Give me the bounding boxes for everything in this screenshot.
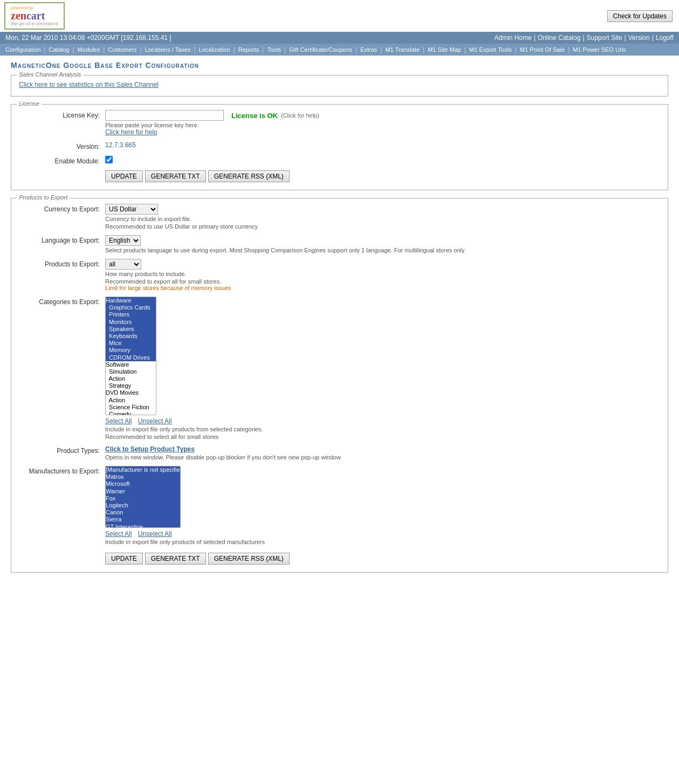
language-row: Language to Export: English Select produ… bbox=[19, 235, 660, 253]
nav-logoff[interactable]: Logoff bbox=[656, 34, 674, 42]
currency-select[interactable]: US Dollar Euro British Pound bbox=[105, 204, 158, 215]
mfr-select-all[interactable]: Select All bbox=[105, 530, 132, 538]
version-value: 12.7.3.665 bbox=[105, 141, 136, 149]
nav-m1-translate[interactable]: M1 Translate bbox=[383, 45, 422, 54]
nav-localization[interactable]: Localization bbox=[197, 45, 232, 54]
nav-gift-certificate[interactable]: Gift Certificate/Coupons bbox=[287, 45, 354, 54]
nav-m1-sitemap[interactable]: M1 Site Map bbox=[426, 45, 463, 54]
version-label: Version: bbox=[19, 141, 105, 150]
license-key-row: License Key: License is OK (Click for he… bbox=[19, 110, 660, 136]
nav-bar: Configuration | Catalog | Modules | Cust… bbox=[0, 44, 679, 56]
manufacturers-control: [Manufacturer is not specified] Matrox M… bbox=[105, 466, 660, 545]
logo: powered by zencart the art of e-commerce bbox=[4, 2, 65, 30]
license-paste-text: Please paste your license key here. bbox=[105, 122, 660, 128]
language-select[interactable]: English bbox=[105, 235, 141, 246]
products-section: Products to Export Currency to Export: U… bbox=[11, 198, 668, 573]
currency-label: Currency to Export: bbox=[19, 204, 105, 213]
nav-admin-home[interactable]: Admin Home bbox=[495, 34, 532, 42]
sales-channel-link[interactable]: Click here to see statistics on this Sal… bbox=[19, 81, 159, 88]
nav-catalog[interactable]: Catalog bbox=[47, 45, 72, 54]
nav-m1-point-of-sale[interactable]: M1 Point Of Sale bbox=[518, 45, 567, 54]
nav-customers[interactable]: Customers bbox=[106, 45, 139, 54]
generate-txt-button-bottom[interactable]: GENERATE TXT bbox=[145, 553, 206, 565]
nav-modules[interactable]: Modules bbox=[76, 45, 102, 54]
language-label: Language to Export: bbox=[19, 235, 105, 244]
categories-help2: Recommended to select all for small stor… bbox=[105, 434, 660, 440]
main-content: MagneticOne Google Base Export Configura… bbox=[0, 56, 679, 586]
sales-channel-legend: Sales Channel Analysis bbox=[17, 71, 83, 78]
nav-version[interactable]: Version bbox=[628, 34, 650, 42]
generate-txt-button[interactable]: GENERATE TXT bbox=[145, 170, 206, 182]
license-key-control: License is OK (Click for help) Please pa… bbox=[105, 110, 660, 136]
sales-channel-section: Sales Channel Analysis Click here to see… bbox=[11, 75, 668, 97]
categories-label: Categories to Export: bbox=[19, 297, 105, 306]
nav-locations-taxes[interactable]: Locations / Taxes bbox=[143, 45, 193, 54]
license-click-help: (Click for help) bbox=[281, 112, 319, 119]
products-buttons-row: UPDATE GENERATE TXT GENERATE RSS (XML) bbox=[105, 553, 660, 565]
currency-help1: Currency to include in export file. bbox=[105, 216, 660, 222]
categories-select-all[interactable]: Select All bbox=[105, 417, 132, 425]
generate-rss-button[interactable]: GENERATE RSS (XML) bbox=[208, 170, 290, 182]
nav-support-site[interactable]: Support Site bbox=[587, 34, 622, 42]
nav-configuration[interactable]: Configuration bbox=[3, 45, 43, 54]
enable-module-label: Enable Module: bbox=[19, 156, 105, 165]
categories-listbox[interactable]: Hardware Graphics Cards Printers Monitor… bbox=[105, 297, 156, 415]
enable-module-checkbox[interactable] bbox=[105, 156, 113, 163]
categories-help1: Include in export file only products fro… bbox=[105, 426, 660, 432]
language-control: English Select products language to use … bbox=[105, 235, 660, 253]
nav-tools[interactable]: Tools bbox=[265, 45, 283, 54]
enable-module-control bbox=[105, 156, 660, 165]
products-help3: Limit for large stores because of memory… bbox=[105, 285, 660, 291]
mfr-help: Include in export file only products of … bbox=[105, 539, 660, 545]
update-button-bottom[interactable]: UPDATE bbox=[105, 553, 143, 565]
version-row: Version: 12.7.3.665 bbox=[19, 141, 660, 150]
page-title: MagneticOne Google Base Export Configura… bbox=[11, 61, 668, 70]
products-select[interactable]: all active inactive bbox=[105, 259, 141, 270]
product-types-help: Opens in new window. Please disable pop-… bbox=[105, 454, 660, 460]
generate-rss-button-bottom[interactable]: GENERATE RSS (XML) bbox=[208, 553, 290, 565]
nav-extras[interactable]: Extras bbox=[358, 45, 379, 54]
nav-online-catalog[interactable]: Online Catalog bbox=[538, 34, 580, 42]
products-export-row: Products to Export: all active inactive … bbox=[19, 259, 660, 291]
nav-m1-export-tools[interactable]: M1 Export Tools bbox=[467, 45, 514, 54]
zen-text: zen bbox=[11, 10, 26, 22]
license-key-input[interactable] bbox=[105, 110, 224, 121]
license-key-label: License Key: bbox=[19, 110, 105, 119]
date-bar: Mon, 22 Mar 2010 13:04:08 +0200GMT [192.… bbox=[0, 32, 679, 44]
mfr-select-links: Select All Unselect All bbox=[105, 530, 660, 538]
categories-select-links: Select All Unselect All bbox=[105, 417, 660, 425]
product-types-control: Click to Setup Product Types Opens in ne… bbox=[105, 445, 660, 460]
categories-row: Categories to Export: Hardware Graphics … bbox=[19, 297, 660, 440]
top-header: powered by zencart the art of e-commerce… bbox=[0, 0, 679, 32]
categories-unselect-all[interactable]: Unselect All bbox=[138, 417, 172, 425]
tagline: the art of e-commerce bbox=[11, 21, 58, 26]
manufacturers-label: Manufacturers to Export: bbox=[19, 466, 105, 475]
top-nav-links: Admin Home | Online Catalog | Support Si… bbox=[495, 34, 674, 42]
manufacturers-listbox[interactable]: [Manufacturer is not specified] Matrox M… bbox=[105, 466, 181, 528]
language-help: Select products language to use during e… bbox=[105, 247, 660, 253]
currency-help2: Recommended to use US Dollar or primary … bbox=[105, 223, 660, 230]
product-types-link[interactable]: Click to Setup Product Types bbox=[105, 445, 195, 453]
update-button[interactable]: UPDATE bbox=[105, 170, 143, 182]
nav-reports[interactable]: Reports bbox=[236, 45, 262, 54]
nav-m1-power-seo[interactable]: M1 Power SEO Urls bbox=[571, 45, 628, 54]
products-help2: Recommended to export all for small stor… bbox=[105, 278, 660, 285]
datetime-text: Mon, 22 Mar 2010 13:04:08 +0200GMT [192.… bbox=[5, 34, 172, 42]
brand-name: zencart bbox=[11, 10, 58, 21]
products-legend: Products to Export bbox=[17, 194, 70, 201]
logo-wrapper: powered by zencart the art of e-commerce bbox=[4, 2, 65, 30]
license-buttons-row: UPDATE GENERATE TXT GENERATE RSS (XML) bbox=[105, 170, 660, 182]
products-export-control: all active inactive How many products to… bbox=[105, 259, 660, 291]
products-help1: How many products to include. bbox=[105, 271, 660, 277]
mfr-unselect-all[interactable]: Unselect All bbox=[138, 530, 172, 538]
cart-text: cart bbox=[26, 10, 45, 22]
product-types-row: Product Types: Click to Setup Product Ty… bbox=[19, 445, 660, 460]
product-types-label: Product Types: bbox=[19, 445, 105, 455]
check-updates-button[interactable]: Check for Updates bbox=[607, 10, 673, 22]
license-legend: License bbox=[17, 100, 42, 107]
license-section: License License Key: License is OK (Clic… bbox=[11, 104, 668, 190]
license-click-here-help[interactable]: Click here for help bbox=[105, 128, 157, 136]
currency-row: Currency to Export: US Dollar Euro Briti… bbox=[19, 204, 660, 230]
products-export-label: Products to Export: bbox=[19, 259, 105, 268]
enable-module-row: Enable Module: bbox=[19, 156, 660, 165]
